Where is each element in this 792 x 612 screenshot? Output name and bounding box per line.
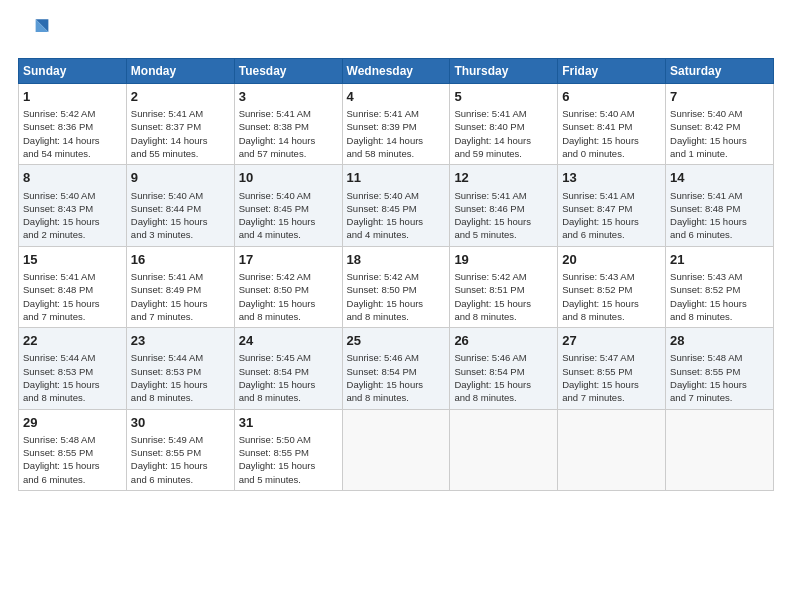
cell-line: Sunrise: 5:40 AM [347, 189, 446, 202]
day-number: 14 [670, 169, 769, 187]
cell-line: Sunset: 8:49 PM [131, 283, 230, 296]
cell-line: and 2 minutes. [23, 228, 122, 241]
calendar-cell [342, 409, 450, 490]
calendar-cell [666, 409, 774, 490]
cell-line: Sunrise: 5:47 AM [562, 351, 661, 364]
calendar-cell: 17Sunrise: 5:42 AMSunset: 8:50 PMDayligh… [234, 246, 342, 327]
day-number: 22 [23, 332, 122, 350]
cell-line: Daylight: 15 hours [23, 297, 122, 310]
cell-line: Sunset: 8:50 PM [239, 283, 338, 296]
calendar-table: SundayMondayTuesdayWednesdayThursdayFrid… [18, 58, 774, 491]
cell-line: Sunset: 8:46 PM [454, 202, 553, 215]
cell-line: Sunset: 8:51 PM [454, 283, 553, 296]
day-number: 1 [23, 88, 122, 106]
day-number: 18 [347, 251, 446, 269]
cell-line: and 4 minutes. [347, 228, 446, 241]
cell-line: Sunrise: 5:41 AM [670, 189, 769, 202]
day-number: 11 [347, 169, 446, 187]
cell-line: Daylight: 15 hours [131, 297, 230, 310]
cell-line: and 8 minutes. [347, 391, 446, 404]
calendar-cell: 28Sunrise: 5:48 AMSunset: 8:55 PMDayligh… [666, 328, 774, 409]
page: SundayMondayTuesdayWednesdayThursdayFrid… [0, 0, 792, 503]
cell-line: Sunset: 8:37 PM [131, 120, 230, 133]
cell-line: and 5 minutes. [454, 228, 553, 241]
cell-line: and 3 minutes. [131, 228, 230, 241]
cell-line: Sunset: 8:53 PM [131, 365, 230, 378]
cell-line: Daylight: 15 hours [347, 215, 446, 228]
cell-line: and 55 minutes. [131, 147, 230, 160]
cell-line: Sunset: 8:54 PM [347, 365, 446, 378]
cell-line: Sunrise: 5:40 AM [239, 189, 338, 202]
cell-line: Sunset: 8:54 PM [454, 365, 553, 378]
day-number: 5 [454, 88, 553, 106]
calendar-cell: 1Sunrise: 5:42 AMSunset: 8:36 PMDaylight… [19, 84, 127, 165]
calendar-body: 1Sunrise: 5:42 AMSunset: 8:36 PMDaylight… [19, 84, 774, 491]
calendar-cell: 25Sunrise: 5:46 AMSunset: 8:54 PMDayligh… [342, 328, 450, 409]
cell-line: Sunset: 8:55 PM [239, 446, 338, 459]
cell-line: Sunset: 8:55 PM [23, 446, 122, 459]
cell-line: Daylight: 14 hours [131, 134, 230, 147]
calendar-cell: 2Sunrise: 5:41 AMSunset: 8:37 PMDaylight… [126, 84, 234, 165]
calendar-cell [450, 409, 558, 490]
day-number: 20 [562, 251, 661, 269]
day-header-thursday: Thursday [450, 59, 558, 84]
calendar-cell: 23Sunrise: 5:44 AMSunset: 8:53 PMDayligh… [126, 328, 234, 409]
cell-line: Sunset: 8:44 PM [131, 202, 230, 215]
cell-line: Daylight: 14 hours [347, 134, 446, 147]
cell-line: Daylight: 15 hours [131, 215, 230, 228]
calendar-cell: 15Sunrise: 5:41 AMSunset: 8:48 PMDayligh… [19, 246, 127, 327]
cell-line: Sunset: 8:43 PM [23, 202, 122, 215]
day-number: 2 [131, 88, 230, 106]
cell-line: Sunrise: 5:42 AM [347, 270, 446, 283]
cell-line: and 6 minutes. [23, 473, 122, 486]
cell-line: Daylight: 14 hours [454, 134, 553, 147]
week-row-1: 8Sunrise: 5:40 AMSunset: 8:43 PMDaylight… [19, 165, 774, 246]
calendar-cell: 6Sunrise: 5:40 AMSunset: 8:41 PMDaylight… [558, 84, 666, 165]
cell-line: Daylight: 15 hours [562, 297, 661, 310]
day-number: 7 [670, 88, 769, 106]
calendar-cell: 10Sunrise: 5:40 AMSunset: 8:45 PMDayligh… [234, 165, 342, 246]
calendar-cell: 20Sunrise: 5:43 AMSunset: 8:52 PMDayligh… [558, 246, 666, 327]
day-number: 24 [239, 332, 338, 350]
calendar-cell: 14Sunrise: 5:41 AMSunset: 8:48 PMDayligh… [666, 165, 774, 246]
cell-line: Daylight: 15 hours [454, 297, 553, 310]
day-header-wednesday: Wednesday [342, 59, 450, 84]
day-number: 6 [562, 88, 661, 106]
cell-line: and 54 minutes. [23, 147, 122, 160]
header [18, 16, 774, 48]
day-header-friday: Friday [558, 59, 666, 84]
day-number: 26 [454, 332, 553, 350]
cell-line: and 58 minutes. [347, 147, 446, 160]
cell-line: Sunrise: 5:40 AM [670, 107, 769, 120]
calendar-cell: 12Sunrise: 5:41 AMSunset: 8:46 PMDayligh… [450, 165, 558, 246]
day-number: 17 [239, 251, 338, 269]
cell-line: Sunrise: 5:46 AM [454, 351, 553, 364]
calendar-cell: 7Sunrise: 5:40 AMSunset: 8:42 PMDaylight… [666, 84, 774, 165]
day-number: 4 [347, 88, 446, 106]
cell-line: Sunset: 8:55 PM [670, 365, 769, 378]
day-number: 31 [239, 414, 338, 432]
cell-line: Daylight: 15 hours [562, 215, 661, 228]
cell-line: Sunset: 8:52 PM [670, 283, 769, 296]
cell-line: Sunset: 8:54 PM [239, 365, 338, 378]
cell-line: Sunrise: 5:42 AM [239, 270, 338, 283]
cell-line: Daylight: 15 hours [670, 215, 769, 228]
cell-line: and 7 minutes. [670, 391, 769, 404]
cell-line: Sunset: 8:39 PM [347, 120, 446, 133]
cell-line: Sunrise: 5:44 AM [131, 351, 230, 364]
calendar-cell: 11Sunrise: 5:40 AMSunset: 8:45 PMDayligh… [342, 165, 450, 246]
calendar-cell: 21Sunrise: 5:43 AMSunset: 8:52 PMDayligh… [666, 246, 774, 327]
day-header-saturday: Saturday [666, 59, 774, 84]
cell-line: Daylight: 15 hours [239, 297, 338, 310]
cell-line: Sunset: 8:45 PM [347, 202, 446, 215]
day-number: 29 [23, 414, 122, 432]
cell-line: Daylight: 15 hours [562, 134, 661, 147]
calendar-cell: 31Sunrise: 5:50 AMSunset: 8:55 PMDayligh… [234, 409, 342, 490]
calendar-cell: 30Sunrise: 5:49 AMSunset: 8:55 PMDayligh… [126, 409, 234, 490]
calendar-cell: 3Sunrise: 5:41 AMSunset: 8:38 PMDaylight… [234, 84, 342, 165]
cell-line: Daylight: 15 hours [131, 378, 230, 391]
calendar-cell: 27Sunrise: 5:47 AMSunset: 8:55 PMDayligh… [558, 328, 666, 409]
cell-line: Sunset: 8:40 PM [454, 120, 553, 133]
calendar-cell: 9Sunrise: 5:40 AMSunset: 8:44 PMDaylight… [126, 165, 234, 246]
logo [18, 16, 54, 48]
